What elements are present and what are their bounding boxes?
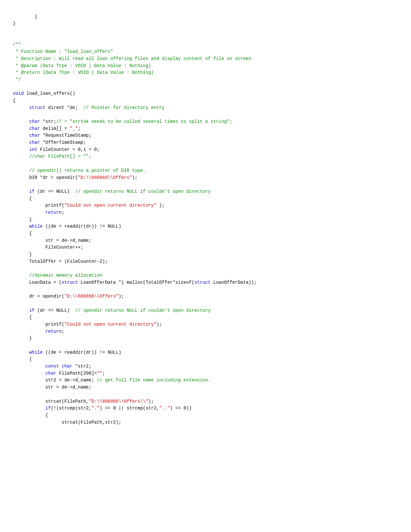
- code-container: } } /** * Function Name : "load_loan_off…: [13, 6, 398, 433]
- code-line: } } /** * Function Name : "load_loan_off…: [13, 14, 257, 425]
